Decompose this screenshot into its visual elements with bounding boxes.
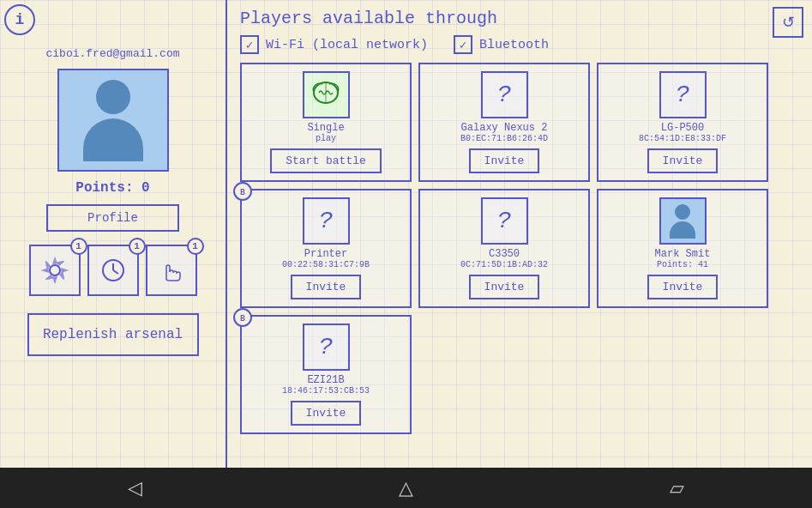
player-name-marksmit: Mark Smit [655, 248, 711, 260]
clock-icon [98, 255, 129, 286]
player-sub-ezi21b: 18:46:17:53:CB:53 [282, 386, 370, 396]
svg-line-3 [113, 270, 118, 274]
powerup-item-2[interactable]: 1 [87, 245, 139, 296]
question-mark-printer: ? [319, 208, 334, 234]
player-name-printer: Printer [304, 248, 347, 260]
invite-button-ezi21b[interactable]: Invite [291, 401, 362, 426]
person-mini-body [670, 221, 695, 239]
players-row-1: Single play Start battle ? Galaxy Nexus … [240, 63, 799, 182]
players-title: Players available through [240, 9, 799, 28]
svg-point-0 [50, 265, 60, 275]
player-thumbnail-lg: ? [659, 71, 707, 118]
player-name-ezi21b: EZI21B [307, 374, 344, 386]
player-sub-c3350: 0C:71:5D:1B:AD:32 [460, 260, 548, 269]
connection-options-row: Wi-Fi (local network) Bluetooth [240, 35, 799, 54]
avatar-body [83, 118, 143, 161]
left-panel: ciboi.fred@gmail.com Points: 0 Profile [0, 0, 227, 468]
bluetooth-option[interactable]: Bluetooth [454, 35, 549, 54]
home-button[interactable]: △ [382, 473, 430, 504]
question-mark-lg: ? [676, 82, 690, 108]
refresh-button[interactable]: ↺ [773, 7, 803, 38]
player-card-c3350: ? C3350 0C:71:5D:1B:AD:32 Invite [418, 189, 590, 308]
powerup-badge-3: 1 [187, 238, 204, 255]
player-name-single: Single [307, 122, 344, 134]
bluetooth-label: Bluetooth [479, 38, 549, 52]
player-thumbnail-c3350: ? [481, 197, 528, 245]
player-sub-single: play [316, 134, 336, 143]
wifi-checkbox[interactable] [240, 35, 259, 54]
player-card-galaxy: ? Galaxy Nexus 2 B0:EC:71:B6:26:4D Invit… [418, 63, 590, 182]
players-row-2: ʙ ? Printer 00:22:58:31:C7:9B Invite ? C… [240, 189, 799, 308]
invite-button-c3350[interactable]: Invite [469, 275, 540, 299]
question-mark-ezi21b: ? [319, 334, 334, 360]
hand-icon [156, 255, 187, 286]
right-panel: Players available through Wi-Fi (local n… [227, 0, 812, 468]
invite-button-galaxy[interactable]: Invite [469, 148, 540, 173]
player-name-galaxy: Galaxy Nexus 2 [461, 122, 548, 134]
brain-svg-icon [307, 76, 346, 114]
player-name-lg: LG-P500 [661, 122, 704, 134]
gear-icon [39, 255, 70, 286]
player-thumbnail-ezi21b: ? [303, 324, 350, 371]
powerups-row: 1 1 [29, 245, 197, 296]
question-mark-galaxy: ? [497, 82, 512, 108]
player-card-printer: ʙ ? Printer 00:22:58:31:C7:9B Invite [240, 189, 412, 308]
player-sub-lg: 8C:54:1D:E8:33:DF [639, 134, 726, 143]
invite-button-lg[interactable]: Invite [647, 148, 719, 173]
nav-bar: ◁ △ ▱ [0, 468, 812, 508]
avatar-icon [83, 80, 143, 161]
avatar [57, 69, 169, 172]
points-display: Points: 0 [75, 180, 149, 196]
player-thumbnail-single [303, 71, 350, 118]
player-card-lg: ? LG-P500 8C:54:1D:E8:33:DF Invite [597, 63, 768, 182]
question-mark-c3350: ? [497, 208, 512, 234]
player-thumbnail-marksmit [659, 197, 707, 245]
player-name-c3350: C3350 [489, 248, 520, 260]
replenish-arsenal-button[interactable]: Replenish arsenal [27, 313, 199, 356]
bluetooth-checkbox[interactable] [454, 35, 472, 54]
profile-button[interactable]: Profile [46, 204, 179, 232]
start-battle-button[interactable]: Start battle [270, 148, 382, 173]
wifi-label: Wi-Fi (local network) [266, 38, 428, 52]
powerup-badge-2: 1 [129, 238, 146, 255]
powerup-item-3[interactable]: 1 [146, 245, 197, 296]
player-card-single: Single play Start battle [240, 63, 412, 182]
player-thumbnail-printer: ? [303, 197, 350, 245]
players-row-3: ʙ ? EZI21B 18:46:17:53:CB:53 Invite [240, 315, 799, 434]
person-mini-head [675, 204, 690, 220]
powerup-badge-1: 1 [70, 238, 87, 255]
avatar-head [96, 80, 130, 114]
invite-button-marksmit[interactable]: Invite [647, 275, 719, 299]
player-sub-marksmit: Points: 41 [657, 260, 708, 269]
player-sub-printer: 00:22:58:31:C7:9B [282, 260, 370, 269]
bluetooth-badge-ezi21b: ʙ [233, 308, 252, 327]
player-thumbnail-galaxy: ? [481, 71, 528, 118]
bluetooth-badge-printer: ʙ [233, 182, 252, 201]
back-button[interactable]: ◁ [111, 473, 159, 504]
person-mini-marksmit [670, 204, 695, 239]
invite-button-printer[interactable]: Invite [291, 275, 362, 299]
player-card-ezi21b: ʙ ? EZI21B 18:46:17:53:CB:53 Invite [240, 315, 412, 434]
wifi-option[interactable]: Wi-Fi (local network) [240, 35, 428, 54]
player-card-marksmit: Mark Smit Points: 41 Invite [597, 189, 768, 308]
recents-button[interactable]: ▱ [653, 473, 701, 504]
user-email: ciboi.fred@gmail.com [45, 47, 179, 60]
refresh-icon: ↺ [782, 13, 795, 32]
player-sub-galaxy: B0:EC:71:B6:26:4D [460, 134, 548, 143]
powerup-item-1[interactable]: 1 [29, 245, 81, 296]
